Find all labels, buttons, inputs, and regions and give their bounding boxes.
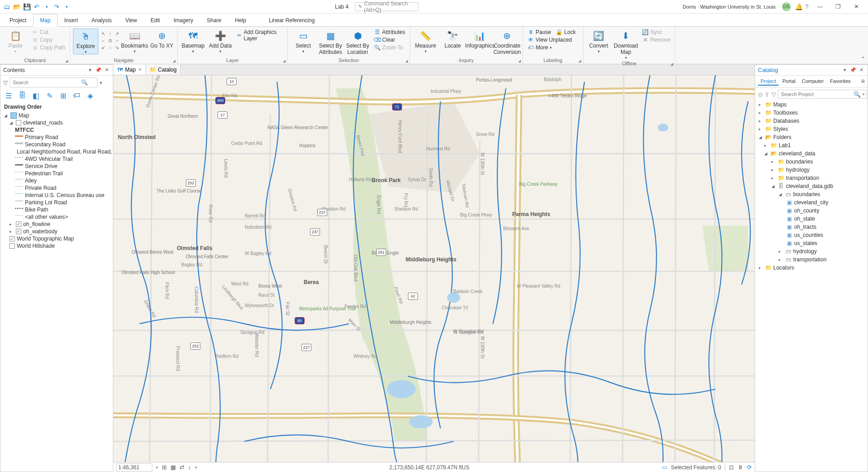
clear-button[interactable]: ⌫Clear [372,36,407,43]
status-constraint-icon[interactable]: ↕ [188,464,191,471]
tab-project[interactable]: Project [3,14,33,26]
toc-local[interactable]: Local Neighborhood Road, Rural Road, Cit… [0,148,113,155]
select-by-attributes-button[interactable]: ▦Select By Attributes [318,29,343,56]
tab-map[interactable]: Map [33,14,57,27]
status-grid-icon[interactable]: ▦ [170,464,176,471]
cat-gdb-boundaries[interactable]: ◢🗃boundaries [755,190,868,198]
toc-census[interactable]: Internal U.S. Census Bureau use [0,192,113,199]
toc-parking[interactable]: Parking Lot Road [0,199,113,206]
bookmarks-button[interactable]: 📖Bookmarks▾ [122,29,147,53]
close-button[interactable]: ✕ [847,0,865,14]
redo-dropdown[interactable]: ▾ [63,3,71,11]
list-by-labeling-icon[interactable]: 🏷 [72,91,81,100]
cat-gdb-transportation[interactable]: ▸🗃transportation [755,255,868,264]
view-unplaced-button[interactable]: 👁View Unplaced [526,36,580,43]
minimize-button[interactable]: — [811,0,829,14]
toc-secondary[interactable]: Secondary Road [0,141,113,148]
layer-checkbox[interactable]: ✓ [16,222,21,227]
zoom-to-button[interactable]: 🔍Zoom To [372,44,407,51]
layer-checkbox[interactable]: ✓ [16,229,21,234]
layer-checkbox[interactable] [10,243,15,249]
layer-checkbox[interactable]: ✓ [10,236,15,241]
catalog-tab-portal[interactable]: Portal [780,77,798,86]
cat-oh-tracts[interactable]: ▣oh_tracts [755,223,868,231]
list-by-drawing-icon[interactable]: ☰ [4,91,13,100]
cat-folders[interactable]: ◢📂Folders [755,133,868,141]
cat-cleveland-data[interactable]: ◢📂cleveland_data [755,149,868,158]
sync-button[interactable]: 🔄Sync [640,29,673,36]
redo-icon[interactable]: ↷ [53,3,61,11]
toc-pedestrian[interactable]: Pedestrian Trail [0,170,113,177]
tab-edit[interactable]: Edit [144,14,167,26]
copy-button[interactable]: ⧉Copy [30,36,67,43]
scale-input[interactable]: 1:46,361 [116,463,152,472]
status-dynamic-icon[interactable]: ⇄ [179,464,184,471]
cat-databases[interactable]: ▸📁Databases [755,117,868,125]
user-avatar[interactable]: DS [782,2,791,11]
cat-oh-state[interactable]: ▣oh_state [755,215,868,223]
toc-4wd[interactable]: 4WD Vehicular Trail [0,155,113,163]
pause-drawing-icon[interactable]: ⏸ [737,464,743,471]
toc-cleveland-roads[interactable]: ◢cleveland_roads [0,119,113,126]
cat-styles[interactable]: ▸📁Styles [755,125,868,133]
tab-help[interactable]: Help [228,14,253,26]
layer-checkbox[interactable] [16,120,21,125]
tab-analysis[interactable]: Analysis [85,14,119,26]
list-by-source-icon[interactable]: 🗄 [18,91,27,100]
add-graphics-button[interactable]: ✏Add Graphics Layer [235,29,285,42]
cat-us-states[interactable]: ▣us_states [755,239,868,247]
cat-hydrology-folder[interactable]: ▸📁hydrology [755,166,868,174]
filter-icon[interactable]: ▽ [771,91,776,98]
toc-hillshade[interactable]: World Hillshade [0,242,113,250]
paste-button[interactable]: 📋Paste▾ [3,29,28,53]
cat-locators[interactable]: ▸📁Locators [755,264,868,272]
contents-pin[interactable]: 📌 [95,67,102,74]
filter-icon[interactable]: ▽ [3,79,8,86]
cat-us-counties[interactable]: ▣us_counties [755,231,868,239]
tab-linear-referencing[interactable]: Linear Referencing [262,14,321,26]
close-tab-icon[interactable]: ✕ [138,67,142,72]
back-icon[interactable]: ⊙ [758,91,763,98]
go-to-xy-button[interactable]: ⊕Go To XY [149,29,175,49]
select-button[interactable]: ▭Select▾ [291,29,316,53]
convert-button[interactable]: 🔄Convert▾ [586,29,611,53]
catalog-pin[interactable]: 📌 [849,67,857,74]
pause-labeling-button[interactable]: ⏸Pause 🔒Lock [526,29,580,36]
contents-close[interactable]: ✕ [103,67,110,74]
measure-button[interactable]: 📏Measure▾ [413,29,438,53]
view-tab-catalog[interactable]: 📁Catalog [146,64,180,75]
locate-button[interactable]: 🔭Locate [440,29,466,49]
cat-maps[interactable]: ▸📁Maps [755,101,868,109]
tab-share[interactable]: Share [200,14,228,26]
status-snap-icon[interactable]: ⊞ [162,464,167,471]
refresh-icon[interactable]: ⟳ [747,464,752,471]
catalog-tab-favorites[interactable]: Favorites [827,77,853,86]
catalog-tab-project[interactable]: Project [758,77,779,86]
cut-button[interactable]: ✂Cut [30,29,67,36]
list-by-snapping-icon[interactable]: ⊞ [58,91,68,100]
tab-imagery[interactable]: Imagery [167,14,200,26]
tab-view[interactable]: View [118,14,144,26]
catalog-view-icon[interactable]: ⊡ [729,464,734,471]
toc-other[interactable]: <all other values> [0,213,113,221]
list-by-editing-icon[interactable]: ✎ [45,91,54,100]
toc-topo[interactable]: ✓World Topographic Map [0,235,113,242]
tab-insert[interactable]: Insert [58,14,85,26]
toc-private[interactable]: Private Road [0,184,113,192]
new-project-icon[interactable]: 🗂 [3,3,11,11]
contents-dropdown[interactable]: ▾ [87,67,94,74]
search-dd[interactable]: ▾ [863,92,865,96]
catalog-close[interactable]: ✕ [858,67,865,74]
toc-flowline[interactable]: ▸✓oh_flowline [0,221,113,228]
save-icon[interactable]: 💾 [23,3,31,11]
explore-button[interactable]: 🖱Explore▾ [73,29,98,54]
cat-boundaries-folder[interactable]: ▸📁boundaries [755,158,868,166]
toc-alley[interactable]: Alley [0,177,113,184]
remove-button[interactable]: ✖Remove [640,36,673,43]
cat-gdb-hydrology[interactable]: ▸🗃hydrology [755,247,868,255]
download-map-button[interactable]: ⬇Download Map▾ [613,29,639,60]
cat-cleveland-city[interactable]: ▣cleveland_city [755,198,868,207]
catalog-dropdown[interactable]: ▾ [841,67,849,74]
cat-toolboxes[interactable]: ▸📁Toolboxes [755,109,868,117]
selected-features-icon[interactable]: ▭ [662,464,667,471]
